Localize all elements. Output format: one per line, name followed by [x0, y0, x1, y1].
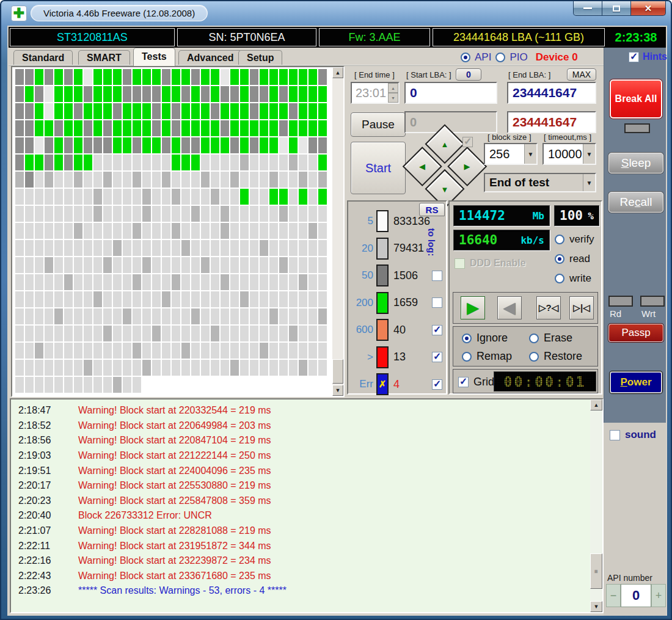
block-cell [289, 189, 298, 205]
block-size-select[interactable]: 256 ▼ [484, 143, 538, 165]
block-cell [279, 172, 288, 188]
block-cell [269, 291, 278, 307]
block-cell [113, 155, 122, 170]
remedy-box: Ignore Erase Remap Restore [453, 326, 598, 367]
log-scrollbar[interactable]: ▲ ≡ ▼ [590, 399, 602, 612]
log-scroll-thumb[interactable]: ≡ [590, 553, 602, 589]
map-scrollbar[interactable]: ▲ ▼ [332, 67, 343, 396]
verify-radio[interactable] [555, 235, 564, 244]
block-cell [152, 86, 161, 102]
break-all-button[interactable]: Break All [610, 79, 662, 119]
legend-rows: 58331362079431501506200165960040>13Err✗4 [352, 208, 444, 398]
pio-radio[interactable] [495, 53, 505, 62]
tab-setup[interactable]: Setup [238, 50, 282, 66]
map-scroll-down[interactable]: ▼ [332, 385, 343, 396]
drive-serial: SN: 5PT0N6EA [177, 28, 316, 46]
api-radio[interactable] [461, 53, 470, 62]
legend-count: 833136 [389, 215, 432, 228]
power-button[interactable]: Power [610, 371, 662, 393]
time-down-icon[interactable]: ▼ [388, 93, 398, 103]
sound-checkbox[interactable] [610, 430, 620, 440]
api-number-decrement[interactable]: − [606, 584, 621, 607]
block-cell [318, 343, 327, 359]
block-cell [45, 223, 53, 239]
step-loop-checkbox[interactable] [462, 137, 473, 147]
close-button[interactable]: ✕ [630, 1, 666, 16]
legend-tolog-checkbox[interactable] [432, 379, 442, 390]
chevron-down-icon[interactable]: ▼ [583, 174, 595, 191]
block-cell [289, 155, 298, 170]
tab-tests[interactable]: Tests [133, 48, 175, 66]
scan-end-button[interactable]: ▷|◁ [569, 296, 594, 319]
block-cell [133, 155, 141, 170]
end-lba-max-button[interactable]: MAX [567, 68, 596, 81]
legend-color-box [376, 319, 389, 341]
block-cell [64, 69, 73, 85]
time-up-icon[interactable]: ▲ [388, 83, 398, 93]
block-cell [260, 240, 268, 256]
api-number-label: API number [607, 573, 652, 583]
end-time-value[interactable]: 23:01 [352, 83, 388, 103]
log-scroll-down[interactable]: ▼ [590, 601, 602, 612]
block-cell [74, 360, 82, 376]
block-cell [250, 86, 258, 102]
maximize-button[interactable] [602, 1, 631, 16]
erase-radio[interactable] [529, 334, 539, 343]
block-cell [309, 137, 317, 153]
timeout-select[interactable]: 10000 ▼ [542, 143, 596, 165]
start-button[interactable]: Start [351, 142, 406, 194]
legend-tolog-checkbox[interactable] [432, 352, 442, 362]
block-cell [133, 69, 141, 85]
read-radio[interactable] [555, 254, 564, 264]
ddd-checkbox[interactable] [455, 258, 465, 269]
block-cell [269, 172, 278, 188]
pause-button[interactable]: Pause [351, 112, 406, 137]
block-cell [84, 172, 92, 188]
tab-standard[interactable]: Standard [13, 50, 73, 66]
legend-tolog-checkbox[interactable] [432, 297, 442, 308]
block-cell [45, 206, 53, 222]
block-cell [142, 223, 151, 239]
restore-radio[interactable] [529, 352, 539, 362]
write-radio[interactable] [555, 274, 564, 283]
legend-tolog-checkbox[interactable] [432, 271, 442, 281]
passp-button[interactable]: Passp [608, 324, 663, 342]
log-scroll-up[interactable]: ▲ [590, 399, 602, 410]
block-cell [25, 69, 34, 85]
block-cell [15, 326, 24, 341]
sleep-button[interactable]: Sleep [608, 153, 663, 173]
block-cell [142, 308, 151, 324]
after-scan-select[interactable]: End of test ▼ [484, 173, 596, 192]
scan-forward-button[interactable]: ▶ [461, 296, 485, 319]
tab-advanced[interactable]: Advanced [178, 50, 242, 66]
block-cell [162, 291, 170, 307]
end-time-spinner[interactable]: 23:01 ▲ ▼ [351, 82, 400, 104]
minimize-button[interactable] [573, 1, 602, 16]
recall-button[interactable]: Recall [608, 192, 663, 213]
tab-smart[interactable]: SMART [78, 50, 130, 66]
api-number-increment[interactable]: + [651, 584, 666, 607]
scan-seek-button[interactable]: ▷?◁ [536, 296, 561, 319]
legend-tolog-checkbox[interactable] [432, 325, 442, 335]
hints-checkbox[interactable] [629, 52, 639, 62]
title-bar: Victoria 4.46b Freeware (12.08.2008) [31, 5, 208, 21]
percent-value: 100 [560, 208, 583, 223]
block-cell [142, 326, 151, 341]
chevron-down-icon[interactable]: ▼ [524, 144, 536, 164]
block-cell [250, 137, 258, 153]
map-scroll-thumb[interactable] [332, 359, 343, 384]
start-lba-zero-button[interactable]: 0 [456, 68, 481, 81]
start-lba-input[interactable]: 0 [404, 82, 497, 104]
block-cell [191, 343, 200, 359]
end-lba-input[interactable]: 234441647 [507, 82, 596, 104]
ignore-radio[interactable] [462, 334, 472, 343]
chevron-down-icon[interactable]: ▼ [583, 144, 595, 164]
end-lba-confirm-field[interactable]: 234441647 [507, 111, 596, 133]
map-scroll-up[interactable]: ▲ [332, 67, 343, 78]
block-cell [201, 308, 210, 324]
api-number-value[interactable]: 0 [621, 584, 651, 607]
scan-back-button[interactable]: ◀ [497, 296, 522, 319]
remap-radio[interactable] [462, 352, 472, 362]
grid-checkbox[interactable] [458, 377, 469, 387]
block-cell [103, 360, 112, 376]
